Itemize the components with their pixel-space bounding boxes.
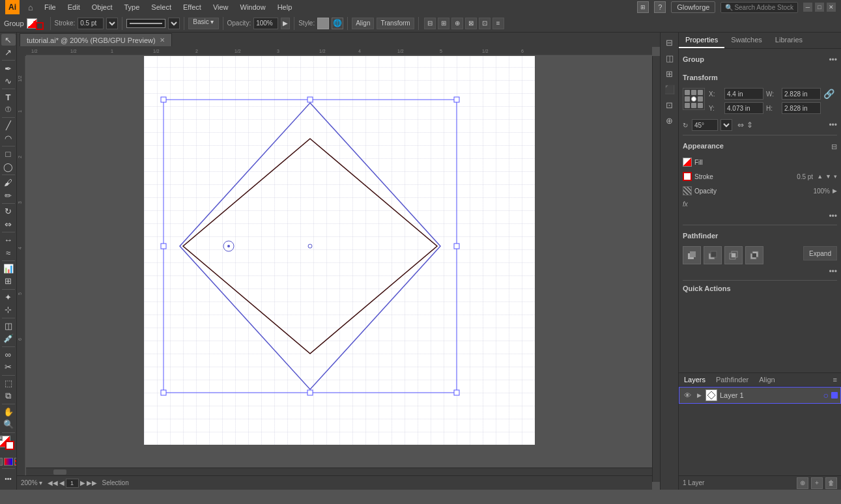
stroke-appearance-swatch[interactable] [683, 172, 692, 181]
menu-help[interactable]: Help [272, 2, 298, 12]
stroke-style-select[interactable] [168, 18, 180, 29]
layer-name[interactable]: Layer 1 [720, 391, 821, 399]
options-more-btn[interactable]: ≡ [492, 18, 504, 29]
stroke-up-icon[interactable]: ▲ [817, 173, 823, 180]
style-picker-btn[interactable]: 🌐 [332, 18, 343, 29]
distribute-icon[interactable]: ⊞ [438, 18, 449, 29]
menu-file[interactable]: File [39, 2, 61, 12]
make-sublayer-btn[interactable]: ⊕ [797, 477, 808, 489]
curvature-tool[interactable]: ∿ [1, 75, 16, 87]
transform-panel-icon[interactable]: ⊕ [663, 113, 677, 128]
info-icon[interactable]: ? [654, 1, 666, 13]
stroke-color-box[interactable] [5, 441, 14, 450]
maximize-button[interactable]: □ [815, 3, 824, 12]
arc-tool[interactable]: ◠ [1, 132, 16, 144]
color-mode-btn[interactable]: ⬛ [0, 458, 3, 466]
unite-btn[interactable] [683, 246, 701, 264]
blend-tool[interactable]: ∞ [1, 349, 16, 361]
layers-tab[interactable]: Layers [679, 373, 711, 386]
chain-link-icon[interactable]: 🔗 [823, 89, 834, 99]
rotate-input[interactable] [692, 119, 718, 131]
canvas-scroll-area[interactable] [26, 56, 652, 482]
swatches-icon-btn[interactable]: ⬛ [663, 82, 677, 96]
menu-edit[interactable]: Edit [63, 2, 85, 12]
home-icon[interactable]: ⌂ [23, 0, 38, 14]
glowforge-button[interactable]: Glowforge [671, 1, 715, 13]
close-button[interactable]: ✕ [827, 3, 836, 12]
zoom-tool[interactable]: 🔍 [1, 419, 16, 430]
intersect-btn[interactable] [724, 246, 743, 264]
layer-target-icon[interactable]: ○ [823, 390, 829, 400]
pathfinder-more-btn[interactable]: ••• [829, 267, 837, 276]
prev-btn[interactable]: ◀ [59, 479, 64, 486]
ellipse-tool[interactable]: ◯ [1, 161, 16, 173]
hand-tool[interactable]: ✋ [1, 406, 16, 418]
menu-object[interactable]: Object [87, 2, 118, 12]
opacity-expand-icon[interactable]: ▶ [833, 188, 837, 194]
next-page-btn[interactable]: ▶▶ [87, 479, 97, 486]
swap-colors-icon[interactable]: ⇄ [0, 436, 3, 441]
h-input[interactable] [782, 102, 821, 114]
create-layer-btn[interactable]: + [811, 477, 823, 489]
flip-h-icon[interactable]: ⇔ [737, 120, 744, 130]
more-tools-btn[interactable]: ••• [1, 471, 16, 486]
type-tool[interactable]: T [1, 91, 16, 103]
layers-panel-more-btn[interactable]: ≡ [829, 373, 841, 386]
libraries-icon-btn[interactable]: ⊞ [663, 66, 677, 81]
exclude-btn[interactable] [745, 246, 763, 264]
stroke-line-style[interactable] [126, 19, 165, 28]
zoom-control[interactable]: 200% ▾ [21, 479, 42, 486]
menu-window[interactable]: Window [235, 2, 271, 12]
pathfinder-tab[interactable]: Pathfinder [711, 373, 754, 386]
tab-properties[interactable]: Properties [679, 33, 724, 48]
fill-appearance-swatch[interactable] [683, 158, 692, 167]
menu-type[interactable]: Type [119, 2, 145, 12]
h-scroll-thumb[interactable] [53, 469, 66, 475]
rotate-unit-select[interactable] [720, 119, 732, 131]
direct-selection-tool[interactable]: ↗ [1, 46, 16, 58]
search-stock-container[interactable]: 🔍 Search Adobe Stock [720, 2, 798, 13]
mesh-tool[interactable]: ⊹ [1, 304, 16, 316]
reflect-tool[interactable]: ⇔ [1, 218, 16, 230]
minus-front-btn[interactable] [704, 246, 722, 264]
expand-button[interactable]: Expand [803, 246, 837, 260]
selection-tool[interactable]: ↖ [1, 34, 16, 46]
opacity-more-btn[interactable]: ▶ [281, 18, 290, 29]
panel-more-btn[interactable]: ••• [829, 55, 837, 64]
rotate-tool[interactable]: ↻ [1, 206, 16, 217]
gradient-tool[interactable]: ◫ [1, 320, 16, 332]
align-objects-icon[interactable]: ⊟ [424, 18, 436, 29]
minimize-button[interactable]: ─ [803, 3, 812, 12]
transform-button[interactable]: Transform [377, 18, 414, 29]
document-tab[interactable]: tutorial.ai* @ 200% (RGB/GPU Preview) ✕ [20, 33, 172, 46]
menu-select[interactable]: Select [146, 2, 177, 12]
symbol-sprayer-tool[interactable]: ✦ [1, 292, 16, 303]
x-input[interactable] [724, 88, 763, 100]
pencil-tool[interactable]: ✏ [1, 189, 16, 201]
basic-style-btn[interactable]: Basic ▾ [188, 18, 218, 29]
y-input[interactable] [724, 102, 763, 114]
properties-icon-btn[interactable]: ⊟ [663, 35, 677, 49]
vertical-scrollbar[interactable] [652, 56, 660, 482]
align-icon-btn[interactable]: ⊡ [663, 98, 677, 112]
pen-tool[interactable]: ✒ [1, 63, 16, 74]
artboard-tool[interactable]: ⬚ [1, 378, 16, 389]
width-tool[interactable]: ↔ [1, 234, 16, 246]
layer-expand-arrow[interactable]: ▶ [695, 391, 703, 399]
appearance-more-btn[interactable]: ••• [829, 212, 837, 221]
column-graph-tool[interactable]: 📊 [1, 263, 16, 275]
menu-view[interactable]: View [208, 2, 234, 12]
prev-page-btn[interactable]: ◀◀ [48, 479, 58, 486]
warp-tool[interactable]: ≈ [1, 247, 16, 259]
flip-v-icon[interactable]: ⇕ [747, 120, 753, 130]
tab-swatches[interactable]: Swatches [724, 33, 769, 48]
stroke-options-icon[interactable]: ▾ [834, 173, 837, 180]
stroke-input[interactable] [78, 18, 104, 29]
eyedropper-tool[interactable]: 💉 [1, 333, 16, 344]
area-type-tool[interactable]: Ⓣ [1, 104, 16, 115]
grid-tool[interactable]: ⊞ [1, 275, 16, 287]
line-tool[interactable]: ╱ [1, 120, 16, 132]
transform-more-btn[interactable]: ••• [829, 120, 837, 130]
slice-tool[interactable]: ⧉ [1, 390, 16, 402]
horizontal-scrollbar[interactable] [26, 468, 652, 475]
